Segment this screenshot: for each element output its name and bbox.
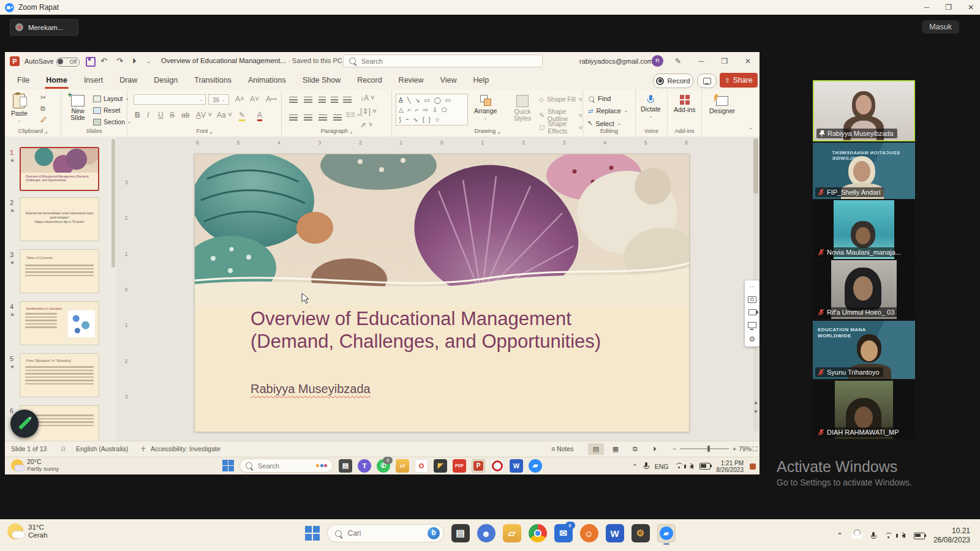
align-left-icon[interactable] (289, 114, 298, 121)
settings-gear-icon[interactable]: ⚙ (631, 524, 650, 542)
onedrive-cloud-icon[interactable] (851, 533, 862, 539)
collapse-ribbon-icon[interactable]: ⌄ (748, 124, 753, 130)
file-explorer-icon[interactable]: ▱ (503, 524, 521, 542)
zoom-app-icon[interactable]: ▰ (529, 459, 542, 473)
participant-tile-rabiyya[interactable]: Rabiyya Museyibzada (813, 80, 915, 141)
designer-button[interactable]: Designer (709, 96, 735, 114)
arrange-button[interactable]: Arrange⌄ (474, 95, 497, 121)
participant-tile-rifa[interactable]: Rif'a Ummul Hoiro_ 03 (813, 260, 915, 319)
horizontal-ruler[interactable]: 65 43 21 01 23 45 6 (195, 138, 689, 146)
ppt-minimize-button[interactable]: ─ (691, 52, 712, 70)
orange-browser-icon[interactable]: ☺ (580, 524, 598, 542)
language-indicator[interactable]: ENG (655, 463, 669, 470)
slide-thumbnail-1[interactable]: Overview of Educational Management (Dema… (20, 147, 99, 191)
strikethrough-button[interactable]: S (170, 111, 175, 119)
save-icon[interactable] (86, 57, 96, 67)
paste-button[interactable]: Paste⌄ (11, 94, 28, 123)
tray-expand-icon[interactable]: ⌃ (837, 531, 843, 540)
tab-design[interactable]: Design (153, 73, 179, 87)
zoom-maximize-button[interactable]: ❐ (945, 3, 952, 12)
sign-in-button[interactable]: Masuk (922, 20, 959, 34)
account-avatar[interactable]: R (652, 55, 663, 67)
redo-icon[interactable]: ↷ (116, 56, 123, 66)
tab-review[interactable]: Review (398, 73, 425, 87)
highlight-color-icon[interactable]: ✎ (239, 111, 245, 121)
teams-app-icon[interactable]: T (358, 459, 371, 473)
spellcheck-icon[interactable]: ⌼ (61, 445, 65, 453)
current-slide[interactable]: Overview of Educational Management (Dema… (195, 154, 689, 432)
subscript-icon[interactable]: ab (181, 111, 189, 119)
participant-tile-syunu[interactable]: EDUCATION MANAWORLDWIDE Syunu Trihantoyo (813, 321, 915, 379)
copy-icon[interactable]: ⧉ (40, 105, 45, 113)
start-presentation-icon[interactable]: ⏵ (132, 56, 137, 66)
battery-icon[interactable] (914, 533, 925, 539)
notes-button[interactable]: ≡ Notes (551, 445, 573, 452)
camera-icon[interactable] (748, 296, 756, 303)
outer-search-input[interactable] (347, 528, 423, 538)
shape-fill-button[interactable]: ◇Shape Fill ˅ (539, 96, 582, 103)
monitor-icon[interactable] (748, 322, 756, 328)
font-size-box[interactable]: 36⌄ (208, 94, 229, 105)
whatsapp-icon[interactable]: ✆3 (377, 459, 390, 473)
notebook-app-icon[interactable]: ▤ (339, 459, 352, 473)
annotation-pencil-button[interactable] (10, 410, 39, 438)
autosave-toggle[interactable]: Off (56, 58, 80, 67)
tab-record[interactable]: Record (356, 73, 383, 87)
zoom-taskbar-icon[interactable]: ▰ (657, 524, 676, 542)
powerpoint-taskbar-icon[interactable]: P (472, 459, 485, 473)
normal-view-button[interactable]: ▤ (588, 443, 604, 455)
participant-tile-shelly[interactable]: EDUCATION MANAGEMENT WORLDWIDE FIP_Shell… (813, 143, 915, 199)
video-camera-icon[interactable] (748, 309, 756, 315)
font-color-button[interactable]: A (257, 111, 262, 121)
zoom-out-button[interactable]: − (673, 445, 676, 452)
word-app-icon[interactable]: W (606, 524, 624, 542)
wifi-icon[interactable] (884, 533, 893, 539)
slide-title[interactable]: Overview of Educational Management (Dema… (251, 307, 630, 353)
battery-icon[interactable] (699, 463, 710, 470)
wifi-icon[interactable] (675, 463, 684, 470)
recording-indicator[interactable]: Merekam... (10, 19, 78, 36)
participant-tile-novia[interactable]: Novia Maulani_manaja... (813, 200, 915, 259)
zoom-level[interactable]: 79% (739, 445, 752, 452)
align-text-icon[interactable]: [⇕] ˅ (360, 107, 377, 116)
slide-sorter-view-button[interactable]: ▦ (608, 443, 624, 455)
gear-icon[interactable]: ⚙ (749, 335, 756, 343)
tab-help[interactable]: Help (472, 73, 490, 87)
fit-slide-button[interactable]: ⛶ (753, 445, 757, 453)
inner-search-box[interactable] (239, 459, 333, 473)
dark-app-icon[interactable]: ▤ (451, 524, 470, 542)
inner-start-button[interactable] (222, 460, 234, 471)
bullets-icon[interactable] (289, 97, 298, 103)
zoom-slider[interactable] (680, 448, 729, 449)
ppt-search-input[interactable] (360, 57, 485, 66)
pdf-app-icon[interactable]: PDF (453, 459, 466, 473)
tab-home[interactable]: Home (45, 73, 69, 87)
foxit-app-icon[interactable]: ◤ (434, 459, 447, 473)
justify-icon[interactable] (333, 114, 342, 121)
reset-button[interactable]: Reset (93, 107, 120, 114)
next-slide-button[interactable]: ▼ (753, 409, 758, 414)
text-direction-icon[interactable]: ↓A ˅ (360, 94, 375, 102)
vertical-ruler[interactable]: 3210123 (123, 155, 130, 424)
bold-button[interactable]: B (135, 111, 140, 119)
record-button[interactable]: Record (653, 73, 693, 88)
slide-thumbnail-4[interactable]: Neoliberalism in education (20, 301, 99, 345)
ppt-restore-button[interactable]: ❐ (714, 52, 735, 70)
chrome-icon[interactable] (529, 524, 547, 542)
zoom-close-button[interactable]: ✕ (968, 3, 974, 12)
tab-insert[interactable]: Insert (83, 73, 104, 87)
speaker-icon[interactable] (902, 533, 905, 538)
new-slide-button[interactable]: New Slide (65, 95, 91, 121)
tab-draw[interactable]: Draw (118, 73, 138, 87)
line-spacing-icon[interactable] (343, 97, 352, 103)
italic-button[interactable]: I (147, 111, 149, 119)
word-app-icon[interactable]: W (510, 459, 523, 473)
language-status[interactable]: English (Australia) (76, 445, 128, 452)
tray-expand-icon[interactable]: ⌃ (632, 463, 638, 470)
align-center-icon[interactable] (304, 114, 312, 121)
underline-button[interactable]: U (158, 111, 164, 119)
cut-icon[interactable]: ✂ (40, 94, 46, 102)
zoom-in-button[interactable]: + (733, 445, 736, 452)
columns-icon[interactable]: ☰☰ ˅ (345, 112, 360, 118)
slide-thumbnail-3[interactable]: Table of Contents (20, 249, 99, 293)
